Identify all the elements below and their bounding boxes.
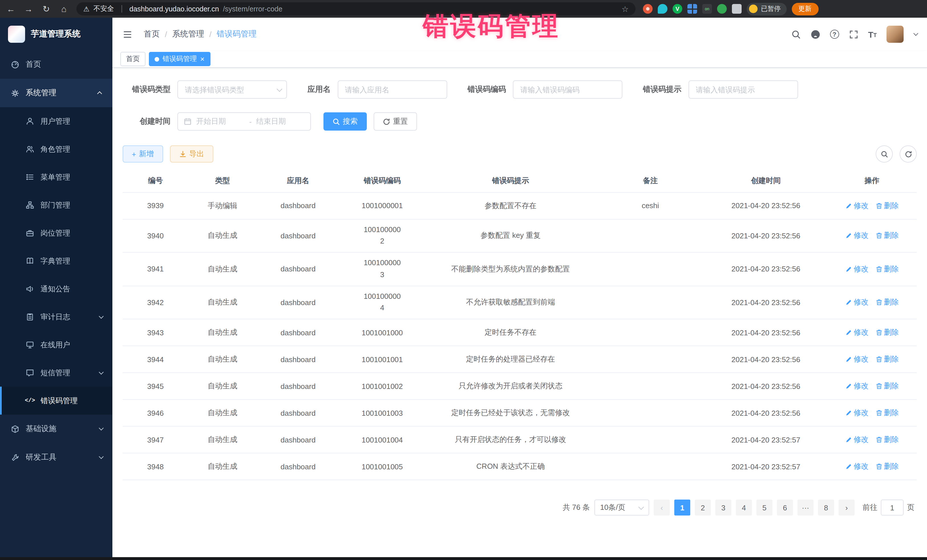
table-row: 3948 自动生成 dashboard 1001001005 CRON 表达式不… <box>123 453 917 480</box>
edit-link[interactable]: 修改 <box>845 231 869 241</box>
sidebar-item-system-management[interactable]: 系统管理 <box>0 79 112 107</box>
delete-link[interactable]: 删除 <box>875 328 899 338</box>
toggle-search-icon[interactable] <box>876 146 893 162</box>
extension-green-v-icon[interactable]: V <box>673 4 682 14</box>
edit-link[interactable]: 修改 <box>845 297 869 308</box>
export-button[interactable]: 导出 <box>170 146 213 162</box>
refresh-icon[interactable] <box>900 146 917 162</box>
extension-puzzle-icon[interactable] <box>732 4 742 14</box>
cell-time: 2021-04-20 23:52:56 <box>705 400 827 426</box>
col-remark: 备注 <box>596 169 705 192</box>
sidebar-item-infrastructure[interactable]: 基础设施 <box>0 414 112 443</box>
app-name-input[interactable] <box>337 80 447 99</box>
bookmark-star-icon[interactable]: ☆ <box>622 4 629 14</box>
reset-button[interactable]: 重置 <box>374 112 417 131</box>
delete-link[interactable]: 删除 <box>875 297 899 308</box>
sidebar-item-home[interactable]: 首页 <box>0 50 112 79</box>
cell-code: 1001001004 <box>339 426 425 453</box>
delete-link[interactable]: 删除 <box>875 354 899 365</box>
browser-forward-icon[interactable]: → <box>23 4 33 14</box>
start-date-input[interactable]: 开始日期 <box>196 116 245 127</box>
page-ellipsis-button[interactable]: ··· <box>798 500 813 516</box>
delete-link[interactable]: 删除 <box>875 381 899 392</box>
next-page-button[interactable]: › <box>839 500 854 516</box>
error-code-input[interactable] <box>513 80 622 99</box>
delete-link[interactable]: 删除 <box>875 264 899 274</box>
delete-link[interactable]: 删除 <box>875 461 899 472</box>
sidebar-item-dev-tools[interactable]: 研发工具 <box>0 443 112 472</box>
profile-paused-chip[interactable]: 已暂停 <box>747 3 786 15</box>
sidebar-item-user-management[interactable]: 用户管理 <box>0 107 112 135</box>
page-button-2[interactable]: 2 <box>695 500 711 516</box>
security-label[interactable]: 不安全 <box>94 4 114 14</box>
cell-type: 自动生成 <box>188 346 257 373</box>
github-icon[interactable] <box>810 29 820 39</box>
page-button-8[interactable]: 8 <box>818 500 834 516</box>
delete-link[interactable]: 删除 <box>875 408 899 418</box>
sidebar-item-error-code-management[interactable]: </> 错误码管理 <box>0 387 112 414</box>
delete-link[interactable]: 删除 <box>875 435 899 445</box>
extension-green-leaf-icon[interactable] <box>717 4 727 14</box>
error-msg-input[interactable] <box>688 80 798 99</box>
profile-emoji-icon <box>749 5 758 13</box>
search-button[interactable]: 搜索 <box>324 112 367 131</box>
edit-link[interactable]: 修改 <box>845 381 869 392</box>
sidebar-item-sms-management[interactable]: 短信管理 <box>0 359 112 387</box>
page-button-1[interactable]: 1 <box>674 500 690 516</box>
sidebar-item-menu-management[interactable]: 菜单管理 <box>0 163 112 191</box>
sidebar-fold-icon[interactable] <box>123 29 132 39</box>
extension-teal-drop-icon[interactable] <box>658 4 667 14</box>
help-icon[interactable]: ? <box>830 30 839 39</box>
font-size-icon[interactable]: TT <box>868 30 877 38</box>
close-icon[interactable]: × <box>200 55 205 63</box>
extension-red-icon[interactable] <box>643 4 653 14</box>
sidebar-item-label: 短信管理 <box>41 367 70 378</box>
chrome-update-button[interactable]: 更新 <box>792 3 818 15</box>
end-date-input[interactable]: 结束日期 <box>256 116 305 127</box>
tab-error-code-management[interactable]: 错误码管理 × <box>149 52 210 66</box>
error-type-select[interactable] <box>178 80 287 99</box>
browser-back-icon[interactable]: ← <box>6 4 16 14</box>
edit-link[interactable]: 修改 <box>845 461 869 472</box>
page-button-4[interactable]: 4 <box>736 500 752 516</box>
goto-page-input[interactable] <box>881 500 904 516</box>
search-icon[interactable] <box>791 29 801 39</box>
delete-link[interactable]: 删除 <box>875 200 899 211</box>
extension-blue-grid-icon[interactable] <box>687 4 697 14</box>
chevron-down-icon[interactable] <box>913 31 918 36</box>
sidebar-item-post-management[interactable]: 岗位管理 <box>0 219 112 247</box>
sidebar-item-audit-log[interactable]: 审计日志 <box>0 303 112 331</box>
cell-code: 1001000003 <box>339 252 425 286</box>
fullscreen-icon[interactable] <box>849 29 858 39</box>
browser-reload-icon[interactable]: ↻ <box>41 4 51 14</box>
page-size-select[interactable]: 10条/页 <box>594 500 649 516</box>
breadcrumb-home[interactable]: 首页 <box>144 29 160 39</box>
edit-link[interactable]: 修改 <box>845 328 869 338</box>
tab-home[interactable]: 首页 <box>120 52 146 66</box>
sidebar-item-online-users[interactable]: 在线用户 <box>0 331 112 359</box>
prev-page-button[interactable]: ‹ <box>654 500 670 516</box>
date-range-picker[interactable]: 开始日期 - 结束日期 <box>178 112 311 131</box>
address-bar[interactable]: ⚠ 不安全 dashboard.yudao.iocoder.cn/system/… <box>76 2 635 15</box>
edit-link[interactable]: 修改 <box>845 200 869 211</box>
paused-label: 已暂停 <box>761 5 781 13</box>
browser-home-icon[interactable]: ⌂ <box>59 4 69 14</box>
page-button-3[interactable]: 3 <box>715 500 731 516</box>
breadcrumb-system[interactable]: 系统管理 <box>172 29 204 39</box>
add-button[interactable]: + 新增 <box>123 146 163 162</box>
page-button-6[interactable]: 6 <box>777 500 793 516</box>
edit-link[interactable]: 修改 <box>845 264 869 274</box>
sidebar-item-label: 菜单管理 <box>41 172 70 182</box>
edit-link[interactable]: 修改 <box>845 435 869 445</box>
extension-on-badge-icon[interactable]: on <box>702 4 712 14</box>
avatar[interactable] <box>886 26 904 43</box>
edit-link[interactable]: 修改 <box>845 408 869 418</box>
sidebar-item-notice-management[interactable]: 通知公告 <box>0 275 112 303</box>
page-button-5[interactable]: 5 <box>757 500 772 516</box>
edit-link[interactable]: 修改 <box>845 354 869 365</box>
app-logo-row[interactable]: 芋道管理系统 <box>0 18 112 50</box>
sidebar-item-role-management[interactable]: 角色管理 <box>0 135 112 163</box>
delete-link[interactable]: 删除 <box>875 231 899 241</box>
sidebar-item-dict-management[interactable]: 字典管理 <box>0 247 112 275</box>
sidebar-item-dept-management[interactable]: 部门管理 <box>0 191 112 219</box>
